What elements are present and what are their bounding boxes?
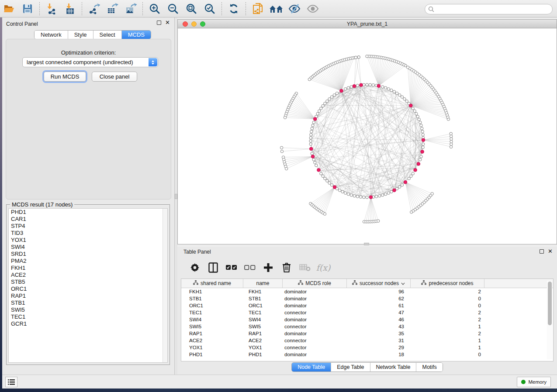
run-mcds-button[interactable]: Run MCDS: [44, 72, 86, 82]
network-node[interactable]: [315, 164, 318, 167]
mcds-hub-node[interactable]: [377, 84, 381, 88]
network-node[interactable]: [311, 127, 313, 130]
zoom-in-icon[interactable]: [147, 2, 162, 16]
network-node[interactable]: [344, 88, 346, 90]
network-node[interactable]: [381, 194, 384, 196]
mcds-hub-node[interactable]: [353, 85, 356, 88]
mcds-hub-node[interactable]: [317, 168, 321, 172]
tab-network[interactable]: Network: [35, 31, 68, 39]
network-node[interactable]: [347, 193, 349, 196]
network-node[interactable]: [393, 90, 395, 93]
mcds-node-item[interactable]: TEC1: [9, 313, 167, 320]
duplicate-network-icon[interactable]: [250, 2, 265, 16]
network-node[interactable]: [320, 172, 322, 175]
network-node[interactable]: [375, 195, 377, 198]
tab-mcds[interactable]: MCDS: [122, 31, 151, 39]
network-node[interactable]: [308, 78, 311, 81]
delete-table-icon[interactable]: [299, 261, 311, 274]
function-builder-icon[interactable]: f(x): [317, 261, 329, 274]
network-node[interactable]: [390, 89, 393, 92]
network-node[interactable]: [410, 175, 412, 177]
export-table-icon[interactable]: [105, 2, 120, 16]
network-node[interactable]: [387, 192, 390, 194]
tab-motifs[interactable]: Motifs: [416, 363, 442, 371]
tab-style[interactable]: Style: [68, 31, 93, 39]
save-icon[interactable]: [20, 2, 35, 16]
table-row[interactable]: YOX1YOX1connector291: [181, 344, 553, 351]
network-node[interactable]: [328, 182, 331, 184]
mcds-node-item[interactable]: CAR1: [9, 216, 167, 223]
network-node[interactable]: [324, 177, 326, 180]
network-node[interactable]: [450, 143, 453, 145]
network-node[interactable]: [431, 193, 433, 195]
network-node[interactable]: [366, 83, 368, 86]
optimization-criterion-select[interactable]: largest connected component (undirected): [22, 57, 158, 67]
network-node[interactable]: [412, 172, 414, 175]
table-row[interactable]: ORC1ORC1dominator610: [181, 302, 553, 309]
mcds-node-item[interactable]: ACE2: [9, 272, 167, 279]
network-node[interactable]: [403, 98, 406, 100]
network-node[interactable]: [350, 194, 353, 196]
network-node[interactable]: [310, 133, 312, 136]
mcds-node-item[interactable]: SWI4: [9, 244, 167, 251]
zoom-fit-icon[interactable]: [184, 2, 199, 16]
network-node[interactable]: [420, 155, 422, 158]
zoom-selected-icon[interactable]: [202, 2, 217, 16]
table-scrollbar-thumb[interactable]: [548, 282, 552, 325]
open-file-icon[interactable]: [2, 2, 17, 16]
mcds-node-item[interactable]: FKH1: [9, 265, 167, 272]
network-window-titlebar[interactable]: YPA_prune.txt_1: [178, 20, 557, 28]
network-node[interactable]: [366, 196, 368, 199]
show-all-eye-icon[interactable]: [305, 2, 320, 16]
network-node[interactable]: [314, 161, 316, 164]
table-row[interactable]: TEC1TEC1connector472: [181, 309, 553, 316]
network-node[interactable]: [369, 83, 371, 86]
network-node[interactable]: [280, 146, 283, 149]
network-node[interactable]: [418, 118, 420, 120]
mcds-hub-node[interactable]: [340, 89, 343, 93]
network-node[interactable]: [422, 146, 424, 148]
network-node[interactable]: [450, 135, 452, 138]
network-node[interactable]: [413, 110, 416, 112]
zoom-out-icon[interactable]: [166, 2, 180, 16]
network-node[interactable]: [333, 94, 336, 96]
mcds-hub-node[interactable]: [414, 168, 417, 172]
tab-select[interactable]: Select: [93, 31, 122, 39]
network-node[interactable]: [326, 100, 329, 103]
network-node[interactable]: [330, 96, 333, 98]
network-node[interactable]: [330, 184, 333, 186]
network-node[interactable]: [311, 124, 314, 127]
network-node[interactable]: [354, 56, 357, 58]
mcds-hub-node[interactable]: [417, 162, 420, 166]
network-node[interactable]: [326, 179, 329, 182]
network-node[interactable]: [401, 184, 403, 186]
network-node[interactable]: [350, 86, 353, 88]
mcds-hub-node[interactable]: [311, 155, 315, 158]
network-node[interactable]: [324, 102, 326, 105]
show-columns-icon[interactable]: [207, 261, 219, 274]
table-row[interactable]: RAP1RAP1dominator352: [181, 330, 553, 337]
network-node[interactable]: [338, 189, 341, 192]
mcds-node-item[interactable]: PHD1: [9, 209, 167, 216]
network-node[interactable]: [356, 195, 359, 198]
mcds-list-scrollbar[interactable]: [163, 209, 167, 362]
network-node[interactable]: [420, 124, 422, 127]
network-node[interactable]: [336, 92, 338, 95]
network-node[interactable]: [366, 55, 368, 58]
mcds-hub-node[interactable]: [309, 147, 313, 151]
network-node[interactable]: [363, 196, 365, 199]
mcds-node-item[interactable]: TID3: [9, 230, 167, 237]
network-node[interactable]: [312, 121, 315, 124]
close-panel-icon[interactable]: ✕: [548, 249, 553, 254]
import-table-icon[interactable]: [62, 2, 77, 16]
network-node[interactable]: [347, 86, 349, 89]
network-node[interactable]: [284, 116, 286, 119]
mcds-hub-node[interactable]: [333, 186, 336, 189]
export-image-icon[interactable]: [123, 2, 138, 16]
tab-node-table[interactable]: Node Table: [292, 363, 331, 371]
mcds-result-list[interactable]: PHD1CAR1STP4TID3YOX1SWI4SRD1PMA2FKH1ACE2…: [8, 208, 168, 363]
network-node[interactable]: [384, 86, 387, 89]
network-node[interactable]: [405, 100, 408, 103]
network-node[interactable]: [353, 195, 356, 197]
mcds-hub-node[interactable]: [369, 196, 373, 199]
